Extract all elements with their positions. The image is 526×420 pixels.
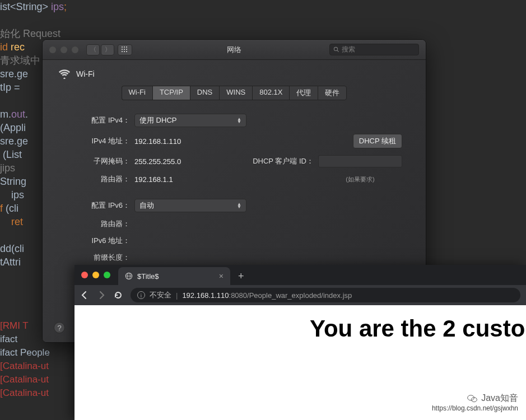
nav-forward-button[interactable]: 〉 <box>101 44 114 55</box>
svg-rect-4 <box>124 49 125 50</box>
router-value: 192.168.1.1 <box>134 175 173 184</box>
traffic-minimize[interactable] <box>60 46 67 53</box>
tab-dns[interactable]: DNS <box>190 86 219 100</box>
help-button[interactable]: ? <box>54 322 65 333</box>
ipv6-config-value: 自动 <box>139 200 154 211</box>
browser-tabstrip: $Title$ × + <box>75 265 526 285</box>
browser-tab[interactable]: $Title$ × <box>118 267 230 285</box>
svg-line-10 <box>337 50 339 52</box>
router-label: 路由器： <box>66 174 134 184</box>
svg-rect-6 <box>122 51 123 52</box>
nav-forward-button[interactable] <box>97 291 106 300</box>
svg-point-9 <box>334 47 337 50</box>
globe-icon <box>125 272 133 280</box>
window-title: 网络 <box>227 45 241 55</box>
subnet-label: 子网掩码： <box>66 156 134 166</box>
dhcp-client-input[interactable] <box>318 155 402 167</box>
ipv4-config-select[interactable]: 使用 DHCP ▲▼ <box>134 114 246 127</box>
site-info-icon[interactable]: i <box>137 291 145 299</box>
ipv4-addr-label: IPv4 地址： <box>66 136 134 146</box>
ipv4-config-value: 使用 DHCP <box>139 115 176 125</box>
tab-wi-fi[interactable]: Wi-Fi <box>122 86 152 100</box>
traffic-zoom[interactable] <box>104 272 110 278</box>
watermark-url: https://blog.csdn.net/gsjwxhn <box>432 404 518 412</box>
url-host: 192.168.1.110 <box>182 291 229 300</box>
svg-rect-7 <box>124 51 125 52</box>
tab-tcp/ip[interactable]: TCP/IP <box>152 86 190 100</box>
wifi-icon <box>58 69 71 79</box>
svg-rect-5 <box>126 49 127 50</box>
window-titlebar[interactable]: 〈 〉 网络 搜索 <box>43 40 426 60</box>
address-bar[interactable]: i 不安全 | 192.168.1.110:8080/People_war_ex… <box>131 288 520 302</box>
ipv6-config-label: 配置 IPv6： <box>66 200 134 211</box>
url-path: :8080/People_war_exploded/index.jsp <box>229 291 352 300</box>
browser-toolbar: i 不安全 | 192.168.1.110:8080/People_war_ex… <box>75 285 526 305</box>
svg-rect-1 <box>124 46 125 48</box>
new-tab-button[interactable]: + <box>230 267 252 285</box>
svg-rect-8 <box>126 51 127 52</box>
router6-label: 路由器： <box>66 219 134 229</box>
dhcp-renew-button[interactable]: DHCP 续租 <box>353 134 402 148</box>
dhcp-client-label: DHCP 客户端 ID： <box>253 156 314 166</box>
tab-title: $Title$ <box>137 272 159 281</box>
ipv4-addr-value: 192.168.1.110 <box>134 137 181 146</box>
tab-代理[interactable]: 代理 <box>289 86 318 100</box>
wifi-label: Wi-Fi <box>76 69 95 78</box>
tab-硬件[interactable]: 硬件 <box>318 86 347 100</box>
reload-button[interactable] <box>114 291 123 300</box>
search-input[interactable]: 搜索 <box>329 44 419 55</box>
browser-traffic-lights[interactable] <box>81 265 118 285</box>
ipv6-addr-label: IPv6 地址： <box>66 236 134 246</box>
search-placeholder: 搜索 <box>342 45 355 54</box>
settings-tabbar: Wi-FiTCP/IPDNSWINS802.1X代理硬件 <box>58 86 410 100</box>
traffic-zoom[interactable] <box>72 46 78 53</box>
nav-back-button[interactable] <box>80 291 89 300</box>
traffic-minimize[interactable] <box>92 272 99 278</box>
show-all-button[interactable] <box>118 44 132 55</box>
close-tab-icon[interactable]: × <box>219 272 224 281</box>
watermark: Java知音 https://blog.csdn.net/gsjwxhn <box>432 393 518 412</box>
tcpip-form: 配置 IPv4： 使用 DHCP ▲▼ IPv4 地址： 192.168.1.1… <box>58 114 410 263</box>
nav-buttons: 〈 〉 <box>86 44 114 55</box>
chevron-updown-icon: ▲▼ <box>237 118 241 123</box>
traffic-close[interactable] <box>81 272 88 278</box>
svg-rect-3 <box>122 49 123 50</box>
insecure-label: 不安全 <box>150 290 171 300</box>
svg-rect-2 <box>126 46 127 48</box>
traffic-close[interactable] <box>49 46 56 53</box>
tab-wins[interactable]: WINS <box>219 86 252 100</box>
page-heading: You are the 2 custom <box>75 315 526 342</box>
nav-back-button[interactable]: 〈 <box>86 44 100 55</box>
subnet-value: 255.255.255.0 <box>134 157 181 166</box>
watermark-text: Java知音 <box>481 393 518 404</box>
ipv4-config-label: 配置 IPv4： <box>66 115 134 125</box>
ipv6-config-select[interactable]: 自动 ▲▼ <box>134 199 246 212</box>
window-traffic-lights[interactable] <box>43 46 78 53</box>
svg-rect-0 <box>122 46 123 48</box>
tab-802.1x[interactable]: 802.1X <box>252 86 289 100</box>
chevron-updown-icon: ▲▼ <box>237 203 241 208</box>
wifi-header: Wi-Fi <box>58 69 410 79</box>
wechat-icon <box>467 394 478 404</box>
search-icon <box>333 46 339 53</box>
dhcp-hint: (如果要求) <box>346 176 374 183</box>
prefix-label: 前缀长度： <box>66 253 134 263</box>
